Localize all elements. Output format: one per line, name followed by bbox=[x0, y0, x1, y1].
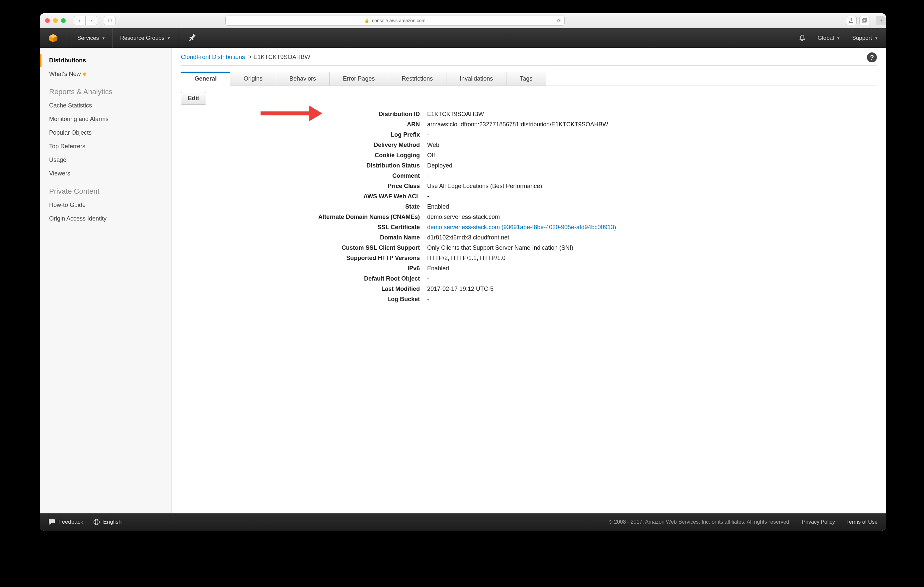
support-menu[interactable]: Support ▼ bbox=[851, 35, 879, 41]
new-tab-button[interactable]: ＋ bbox=[876, 16, 886, 25]
value-arn: arn:aws:cloudfront::232771856781:distrib… bbox=[427, 121, 877, 128]
feedback-button[interactable]: Feedback bbox=[48, 519, 83, 525]
window-minimize-button[interactable] bbox=[53, 18, 58, 23]
resource-groups-menu[interactable]: Resource Groups ▼ bbox=[119, 35, 172, 41]
sidebar-section-reports: Reports & Analytics bbox=[40, 81, 171, 99]
caret-down-icon: ▼ bbox=[167, 36, 171, 40]
value-ssl-cert: demo.serverless-stack.com (93691abe-f8be… bbox=[427, 224, 877, 231]
sidebar-item-viewers[interactable]: Viewers bbox=[40, 167, 171, 181]
aws-footer: Feedback English © 2008 - 2017, Amazon W… bbox=[40, 513, 886, 531]
value-waf-acl: - bbox=[427, 193, 877, 200]
value-cnames: demo.serverless-stack.com bbox=[427, 214, 877, 220]
breadcrumb: CloudFront Distributions > E1KTCKT9SOAHB… bbox=[181, 54, 877, 65]
value-price-class: Use All Edge Locations (Best Performance… bbox=[427, 183, 877, 190]
tab-restrictions[interactable]: Restrictions bbox=[388, 72, 446, 86]
whats-new-label: What's New bbox=[49, 71, 81, 77]
label-log-prefix: Log Prefix bbox=[181, 132, 420, 138]
sidebar-item-popular-objects[interactable]: Popular Objects bbox=[40, 126, 171, 140]
region-label: Global bbox=[818, 35, 834, 41]
feedback-label: Feedback bbox=[58, 519, 83, 525]
sidebar-item-distributions[interactable]: Distributions bbox=[40, 54, 171, 67]
label-waf-acl: AWS WAF Web ACL bbox=[181, 193, 420, 200]
notifications-button[interactable] bbox=[797, 35, 807, 42]
breadcrumb-root-link[interactable]: CloudFront Distributions bbox=[181, 54, 245, 60]
label-comment: Comment bbox=[181, 173, 420, 179]
lock-icon: 🔒 bbox=[365, 18, 370, 23]
label-http-versions: Supported HTTP Versions bbox=[181, 255, 420, 261]
window-close-button[interactable] bbox=[45, 18, 50, 23]
value-delivery-method: Web bbox=[427, 141, 877, 149]
tab-bar: General Origins Behaviors Error Pages Re… bbox=[181, 72, 877, 86]
value-log-prefix: - bbox=[427, 132, 877, 138]
value-log-bucket: - bbox=[427, 296, 877, 303]
divider bbox=[181, 65, 877, 66]
value-http-versions: HTTP/2, HTTP/1.1, HTTP/1.0 bbox=[427, 255, 877, 261]
label-cookie-logging: Cookie Logging bbox=[181, 152, 420, 159]
reload-icon[interactable]: ⟳ bbox=[557, 18, 561, 23]
svg-rect-0 bbox=[862, 19, 866, 22]
left-nav: Distributions What's New ✱ Reports & Ana… bbox=[40, 48, 172, 513]
sidebar-item-whats-new[interactable]: What's New ✱ bbox=[40, 67, 171, 81]
privacy-link[interactable]: Privacy Policy bbox=[802, 519, 835, 525]
caret-down-icon: ▼ bbox=[874, 36, 878, 40]
sidebar-item-how-to-guide[interactable]: How-to Guide bbox=[40, 198, 171, 212]
support-label: Support bbox=[852, 35, 872, 41]
label-ipv6: IPv6 bbox=[181, 265, 420, 272]
value-custom-ssl: Only Clients that Support Server Name In… bbox=[427, 244, 877, 252]
label-state: State bbox=[181, 203, 420, 210]
tab-general[interactable]: General bbox=[181, 72, 230, 86]
region-menu[interactable]: Global ▼ bbox=[817, 35, 842, 41]
tabs-button[interactable] bbox=[859, 16, 870, 25]
tab-invalidations[interactable]: Invalidations bbox=[446, 72, 507, 86]
sidebar-item-usage[interactable]: Usage bbox=[40, 153, 171, 167]
language-label: English bbox=[103, 519, 122, 525]
services-menu[interactable]: Services ▼ bbox=[76, 35, 107, 41]
resource-groups-label: Resource Groups bbox=[120, 35, 164, 41]
tab-behaviors[interactable]: Behaviors bbox=[276, 72, 330, 86]
value-domain-name: d1r8102xi6mdx3.cloudfront.net bbox=[427, 234, 877, 241]
label-distribution-status: Distribution Status bbox=[181, 162, 420, 169]
nav-back-button[interactable]: ‹ bbox=[74, 16, 85, 25]
value-distribution-status: Deployed bbox=[427, 162, 877, 169]
star-icon: ✱ bbox=[82, 72, 86, 77]
window-zoom-button[interactable] bbox=[61, 18, 66, 23]
edit-button[interactable]: Edit bbox=[181, 92, 206, 105]
bell-icon bbox=[799, 35, 806, 42]
tab-tags[interactable]: Tags bbox=[506, 72, 546, 86]
sidebar-toggle-button[interactable]: ☐ bbox=[104, 16, 116, 25]
value-distribution-id: E1KTCKT9SOAHBW bbox=[427, 111, 877, 118]
nav-forward-button[interactable]: › bbox=[85, 16, 97, 25]
value-ipv6: Enabled bbox=[427, 265, 877, 272]
label-default-root: Default Root Object bbox=[181, 275, 420, 282]
ssl-cert-link[interactable]: demo.serverless-stack.com (93691abe-f8be… bbox=[427, 224, 616, 230]
terms-link[interactable]: Terms of Use bbox=[846, 519, 878, 525]
caret-down-icon: ▼ bbox=[837, 36, 840, 40]
svg-rect-1 bbox=[863, 18, 866, 21]
pin-shortcut-button[interactable] bbox=[184, 34, 198, 43]
label-custom-ssl: Custom SSL Client Support bbox=[181, 244, 420, 252]
tab-error-pages[interactable]: Error Pages bbox=[329, 72, 388, 86]
aws-logo-icon[interactable] bbox=[48, 33, 58, 43]
value-last-modified: 2017-02-17 19:12 UTC-5 bbox=[427, 286, 877, 293]
url-text: console.aws.amazon.com bbox=[372, 18, 426, 23]
tab-origins[interactable]: Origins bbox=[230, 72, 276, 86]
speech-bubble-icon bbox=[48, 519, 55, 525]
details-table: Distribution ID E1KTCKT9SOAHBW ARN arn:a… bbox=[181, 111, 877, 303]
help-button[interactable]: ? bbox=[867, 53, 877, 62]
sidebar-item-cache-statistics[interactable]: Cache Statistics bbox=[40, 99, 171, 112]
value-cookie-logging: Off bbox=[427, 152, 877, 159]
browser-titlebar: ‹ › ☐ 🔒 console.aws.amazon.com ⟳ ＋ bbox=[40, 13, 886, 28]
breadcrumb-id: E1KTCKT9SOAHBW bbox=[254, 54, 310, 60]
sidebar-item-origin-access-identity[interactable]: Origin Access Identity bbox=[40, 212, 171, 225]
sidebar-item-top-referrers[interactable]: Top Referrers bbox=[40, 140, 171, 153]
label-cnames: Alternate Domain Names (CNAMEs) bbox=[181, 214, 420, 220]
language-selector[interactable]: English bbox=[93, 519, 122, 525]
sidebar-section-private: Private Content bbox=[40, 181, 171, 198]
globe-icon bbox=[93, 519, 100, 525]
services-label: Services bbox=[78, 35, 99, 41]
sidebar-item-monitoring[interactable]: Monitoring and Alarms bbox=[40, 112, 171, 126]
tabs-icon bbox=[862, 18, 867, 23]
share-button[interactable] bbox=[846, 16, 856, 25]
copyright-text: © 2008 - 2017, Amazon Web Services, Inc.… bbox=[609, 519, 790, 525]
browser-url-bar[interactable]: 🔒 console.aws.amazon.com ⟳ bbox=[225, 16, 564, 26]
